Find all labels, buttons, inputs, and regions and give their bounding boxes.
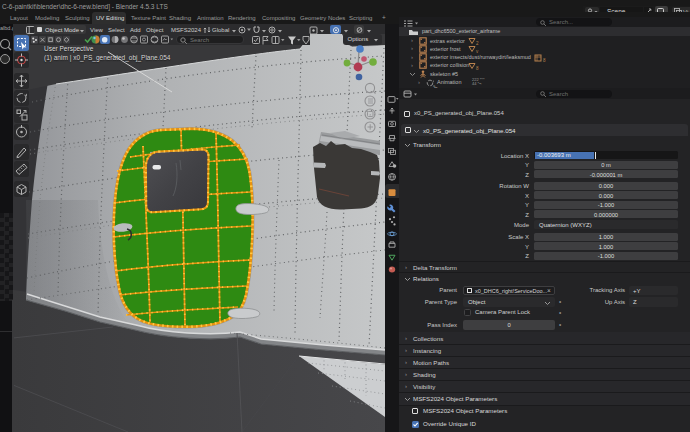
svg-text:8: 8 xyxy=(543,57,546,62)
svg-text:v: v xyxy=(476,49,479,54)
svg-text:8: 8 xyxy=(476,65,479,70)
